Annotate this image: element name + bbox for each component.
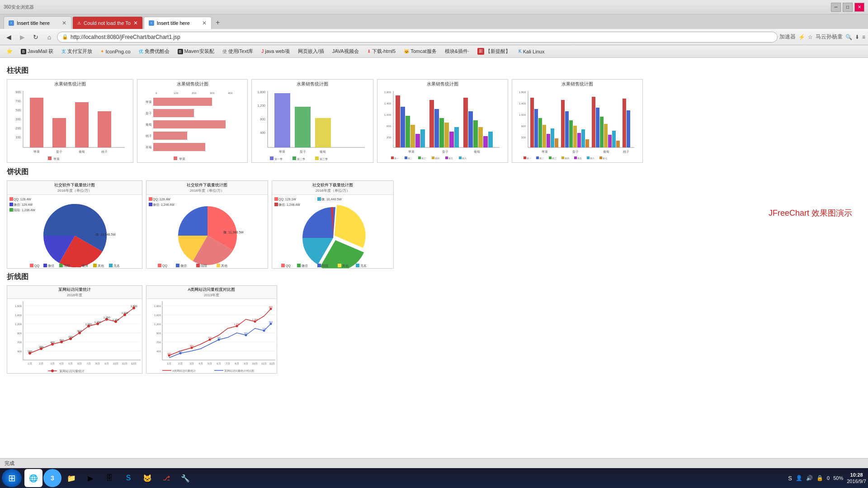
svg-rect-61 — [401, 107, 405, 147]
svg-text:第五: 第五 — [448, 157, 453, 160]
jfreechart-label: JFreeChart 效果图演示 — [769, 208, 852, 218]
svg-text:1,400: 1,400 — [384, 102, 392, 105]
tab-3[interactable]: i Insert title here ✕ — [144, 17, 212, 29]
svg-rect-173 — [274, 197, 278, 201]
svg-rect-108 — [565, 111, 569, 147]
tab-1[interactable]: i Insert title here ✕ — [4, 16, 71, 29]
svg-text:400: 400 — [156, 350, 161, 353]
tab-3-close[interactable]: ✕ — [202, 20, 207, 26]
taskbar-sougou[interactable]: S — [119, 469, 137, 487]
svg-text:210: 210 — [179, 350, 183, 353]
tab-1-close[interactable]: ✕ — [62, 20, 66, 26]
taskbar-git[interactable]: ⎇ — [157, 469, 175, 487]
bookmark-html5[interactable]: ⬇ 下载-html5 — [364, 47, 399, 56]
svg-text:780: 780 — [217, 336, 221, 339]
svg-text:300: 300 — [210, 92, 215, 95]
line-chart-1-title: 某网站访问量统计 — [8, 287, 141, 293]
bar-chart-1-title: 水果销售统计图 — [7, 80, 133, 89]
star-icon[interactable]: ☆ — [808, 34, 813, 40]
pie-chart-2: 社交软件下载量统计图 2016年度（单位/万） QQ: 129.4W 微信: 1… — [146, 180, 268, 269]
bookmark-iconpng[interactable]: ✦ IconPng.co — [98, 48, 133, 55]
svg-text:梨子: 梨子 — [146, 112, 152, 115]
svg-rect-25 — [153, 120, 226, 128]
taskbar-db[interactable]: 🗄 — [100, 469, 118, 487]
svg-text:1,000: 1,000 — [519, 114, 526, 116]
bookmark-new[interactable]: 新 【新提醒】 — [475, 47, 513, 56]
tab-bar: i Insert title here ✕ ⚠ Could not load t… — [0, 14, 868, 29]
start-button[interactable]: ⊞ — [2, 469, 22, 487]
restore-button[interactable]: □ — [843, 3, 853, 12]
line-chart-1: 某网站访问量统计 2016年度 — [7, 285, 142, 374]
page-content: 柱状图 水果销售统计图 900 700 500 300 — [0, 58, 868, 458]
minimize-button[interactable]: ─ — [831, 3, 841, 12]
svg-rect-77 — [488, 132, 493, 147]
bar-section-title: 柱状图 — [7, 66, 861, 76]
bookmark-javaweb[interactable]: J java web项 — [259, 47, 292, 56]
taskbar-media[interactable]: ▶ — [81, 469, 99, 487]
svg-text:500: 500 — [244, 332, 248, 335]
tab-2[interactable]: ⚠ Could not load the To ✕ — [72, 16, 143, 29]
svg-text:无名: 无名 — [113, 264, 120, 267]
tab-2-close[interactable]: ✕ — [133, 20, 138, 26]
taskbar-other[interactable]: 🔧 — [176, 469, 194, 487]
svg-rect-158 — [109, 264, 113, 267]
bookmark-javaMail[interactable]: B JavaMail 获 — [18, 47, 56, 56]
nav-bar: ◀ ▶ ↻ ⌂ 🔒 http://localhost:8080/jFreeCha… — [0, 29, 868, 45]
svg-rect-112 — [581, 129, 585, 147]
bar-chart-2: 水果销售统计图 0 100 200 300 400 — [137, 79, 248, 163]
bookmark-star[interactable]: ⭐ — [4, 47, 15, 55]
refresh-button[interactable]: ↻ — [30, 31, 42, 43]
svg-text:400: 400 — [260, 131, 265, 134]
svg-text:1,400: 1,400 — [519, 102, 526, 105]
title-bar-controls: ─ □ ✕ — [831, 3, 864, 12]
bookmark-java-video[interactable]: JAVA视频会 — [330, 47, 362, 56]
bookmark-maven[interactable]: B Maven安装配 — [175, 47, 217, 56]
bookmark-alipay[interactable]: 支 支付宝开放 — [59, 47, 95, 56]
svg-text:1,150: 1,150 — [112, 318, 119, 321]
home-button[interactable]: ⌂ — [43, 31, 55, 43]
svg-rect-139 — [599, 156, 602, 159]
svg-text:720: 720 — [68, 336, 73, 338]
taskbar-chrome[interactable]: 🌐 — [24, 469, 42, 487]
svg-rect-165 — [158, 264, 161, 267]
svg-text:12月: 12月 — [131, 362, 137, 365]
svg-rect-114 — [592, 97, 595, 147]
address-bar[interactable]: 🔒 http://localhost:8080/jFreeChart/barCh… — [57, 32, 778, 43]
bookmark-tomcat[interactable]: 🐱 Tomcat服务 — [401, 47, 439, 56]
pie-chart-3: 社交软件下载量统计图 2016年度（单位/万） QQ: 129.1W 微: 10… — [272, 180, 394, 269]
svg-rect-110 — [573, 126, 577, 147]
download-icon[interactable]: ⬇ — [855, 34, 859, 40]
bookmark-embed[interactable]: 网页嵌入/插 — [295, 47, 327, 56]
svg-text:其他: 其他 — [98, 264, 104, 268]
svg-text:微信: 129.4W: 微信: 129.4W — [14, 203, 33, 207]
taskbar-cat[interactable]: 🐱 — [138, 469, 156, 487]
bookmark-modules[interactable]: 模块&插件· — [442, 47, 472, 56]
svg-rect-51 — [315, 156, 319, 160]
taskbar-360[interactable]: 3 — [43, 469, 61, 487]
svg-text:180: 180 — [28, 350, 33, 353]
menu-icon[interactable]: ≡ — [862, 34, 865, 40]
line-chart-1-svg: 1,800 1,600 1,200 900 700 400 180 — [7, 299, 142, 374]
bookmark-youku[interactable]: 优 免费优酷会 — [136, 47, 172, 56]
pie-charts-row: 社交软件下载量统计图 2016年度（单位/万） QQ: 129.4W 微信: 1… — [7, 180, 861, 269]
taskbar-files[interactable]: 📁 — [62, 469, 80, 487]
back-button[interactable]: ◀ — [3, 31, 14, 43]
svg-rect-26 — [153, 132, 187, 140]
svg-text:葡萄: 葡萄 — [320, 150, 326, 153]
forward-button[interactable]: ▶ — [16, 31, 28, 43]
bookmark-itext[interactable]: 使 使用iText库 — [220, 47, 256, 56]
search-icon[interactable]: 🔍 — [845, 34, 852, 40]
bookmark-kali[interactable]: K Kali Linux — [516, 48, 547, 55]
pie-chart-2-svg: QQ: 129.4W 微信: 1,246.4W 微: 11,388.5W — [146, 195, 268, 269]
svg-rect-119 — [612, 131, 616, 147]
pie-chart-1-svg: QQ: 129.4W 微信: 129.4W 陌陌: 1,236.4W — [7, 195, 142, 269]
svg-rect-141 — [9, 197, 13, 201]
close-button[interactable]: ✕ — [854, 3, 864, 12]
svg-text:QQ: QQ — [162, 264, 167, 268]
svg-text:桃子: 桃子 — [101, 150, 108, 153]
bar-chart-2-svg: 0 100 200 300 400 苹果 — [137, 89, 244, 161]
new-tab-button[interactable]: + — [212, 17, 223, 28]
svg-text:9月: 9月 — [104, 362, 108, 365]
svg-text:苹果: 苹果 — [408, 150, 415, 153]
svg-text:1,800: 1,800 — [154, 305, 161, 308]
